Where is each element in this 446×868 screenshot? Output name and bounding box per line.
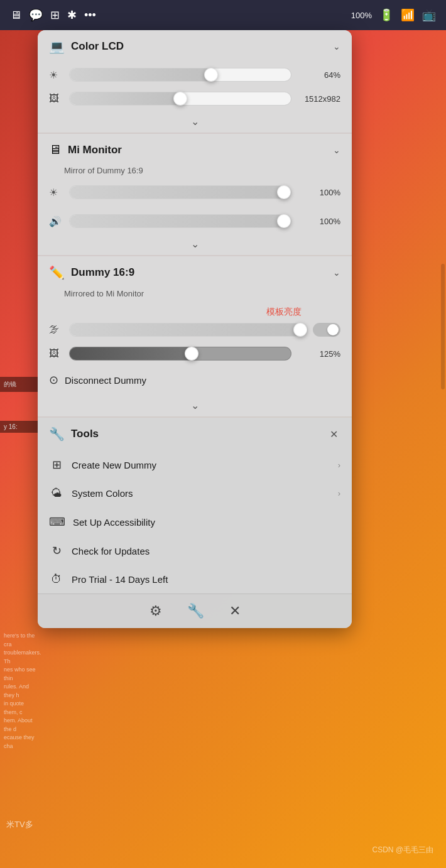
mi-monitor-collapse[interactable]: ⌄ [38, 233, 352, 255]
brightness-thumb[interactable] [204, 68, 218, 82]
dummy-brightness-fill [70, 323, 307, 336]
close-circle-button[interactable]: ✕ [229, 603, 241, 619]
tools-header: 🔧 Tools ✕ [38, 418, 352, 450]
wifi-icon[interactable]: 📶 [401, 8, 415, 22]
battery-icon: 🔋 [379, 8, 393, 22]
resolution-value: 1512x982 [296, 94, 340, 104]
set-up-accessibility-left: ⌨ Set Up Accessibility [49, 515, 155, 529]
create-dummy-arrow: › [338, 460, 340, 470]
pro-trial-item[interactable]: ⏱ Pro Trial - 14 Days Left [38, 565, 352, 594]
color-lcd-header[interactable]: 💻 Color LCD ⌄ [38, 30, 352, 63]
system-colors-label: System Colors [72, 488, 133, 499]
mi-monitor-icon: 🖥 [49, 143, 62, 157]
mi-brightness-slider-row: ☀ 100% 显示器亮度 [38, 180, 352, 204]
monitor-icon: 💻 [49, 39, 65, 54]
accessibility-icon: ⌨ [49, 515, 65, 529]
mi-volume-thumb[interactable] [277, 214, 291, 228]
dummy-scale-row: 🖼 125% 模板缩放比例 [38, 342, 352, 366]
create-new-dummy-item[interactable]: ⊞ Create New Dummy › [38, 450, 352, 479]
mi-monitor-title: Mi Monitor [68, 144, 122, 156]
csdn-watermark: CSDN @毛毛三由 [372, 845, 433, 855]
dummy-section: ✏️ Dummy 16:9 ⌄ Mirrored to Mi Monitor 模… [38, 256, 352, 416]
create-dummy-icon: ⊞ [49, 458, 64, 472]
dummy-header[interactable]: ✏️ Dummy 16:9 ⌄ [38, 256, 352, 289]
dummy-scale-icon: 🖼 [49, 348, 64, 359]
dummy-brightness-row: 🌫 [38, 318, 352, 342]
system-colors-left: 🌤 System Colors [49, 487, 133, 500]
resolution-thumb[interactable] [173, 92, 187, 106]
dummy-toggle[interactable] [313, 323, 340, 337]
bg-side-label2: y 16: [0, 421, 43, 433]
disconnect-icon: ⊙ [49, 373, 58, 387]
mi-monitor-header[interactable]: 🖥 Mi Monitor ⌄ [38, 134, 352, 166]
mi-brightness-value: 100% [296, 188, 340, 197]
wrench-button[interactable]: 🔧 [187, 603, 204, 619]
bottom-toolbar: ⚙ 🔧 ✕ [38, 594, 352, 628]
updates-label: Check for Updates [72, 546, 150, 556]
mi-brightness-icon: ☀ [49, 187, 64, 198]
mi-monitor-section: 🖥 Mi Monitor ⌄ Mirror of Dummy 16:9 ☀ 10… [38, 134, 352, 255]
menubar-left: 🖥 💬 ⊞ ✱ ••• [10, 8, 96, 22]
bg-label-2: y 16: [4, 423, 18, 430]
create-dummy-label: Create New Dummy [72, 460, 156, 470]
pro-trial-icon: ⏱ [49, 573, 64, 586]
tools-icon: 🔧 [49, 426, 65, 442]
dummy-scale-slider[interactable] [69, 347, 291, 361]
system-colors-item[interactable]: 🌤 System Colors › [38, 479, 352, 507]
resolution-icon: 🖼 [49, 93, 64, 104]
resolution-slider[interactable] [69, 92, 291, 106]
mi-monitor-subtitle: Mirror of Dummy 16:9 [38, 166, 352, 180]
bottom-label: 米TV多 [6, 819, 33, 830]
tools-close-button[interactable]: ✕ [327, 427, 340, 441]
tools-header-left: 🔧 Tools [49, 426, 99, 442]
dummy-subtitle: Mirrored to Mi Monitor [38, 289, 352, 303]
disconnect-row[interactable]: ⊙ Disconnect Dummy [38, 366, 352, 394]
mi-monitor-header-left: 🖥 Mi Monitor [49, 143, 122, 157]
check-updates-left: ↻ Check for Updates [49, 544, 150, 558]
dummy-collapse[interactable]: ⌄ [38, 394, 352, 416]
pro-trial-left: ⏱ Pro Trial - 14 Days Left [49, 573, 168, 586]
monitor-menu-icon[interactable]: 🖥 [10, 9, 21, 22]
bg-label-1: 的镜 [4, 381, 16, 388]
updates-icon: ↻ [49, 544, 64, 558]
gear-button[interactable]: ⚙ [150, 603, 162, 619]
battery-text: 100% [351, 11, 372, 20]
dummy-scale-fill [70, 347, 192, 360]
pro-trial-label: Pro Trial - 14 Days Left [72, 574, 168, 585]
dummy-chevron[interactable]: ⌄ [333, 268, 340, 278]
mi-volume-slider[interactable] [69, 214, 291, 228]
brightness-value: 64% [296, 70, 340, 80]
mi-brightness-slider[interactable] [69, 185, 291, 199]
disconnect-label: Disconnect Dummy [65, 375, 146, 386]
cast-icon[interactable]: 📺 [422, 8, 436, 22]
color-lcd-collapse[interactable]: ⌄ [38, 111, 352, 133]
brightness-slider-row: ☀ 64% [38, 63, 352, 87]
color-lcd-title: Color LCD [71, 40, 124, 53]
brightness-slider[interactable] [69, 68, 291, 82]
mi-monitor-chevron[interactable]: ⌄ [333, 145, 340, 155]
collapse-chevron-2: ⌄ [191, 238, 199, 250]
system-colors-icon: 🌤 [49, 487, 64, 500]
mi-brightness-thumb[interactable] [277, 185, 291, 199]
wechat-icon[interactable]: 💬 [29, 8, 43, 22]
mi-volume-value: 100% [296, 217, 340, 226]
grid-icon[interactable]: ⊞ [50, 8, 60, 22]
check-updates-item[interactable]: ↻ Check for Updates [38, 536, 352, 565]
resolution-fill [70, 92, 180, 105]
dummy-header-left: ✏️ Dummy 16:9 [49, 265, 134, 280]
bluetooth-icon[interactable]: ✱ [67, 8, 77, 22]
dots-icon[interactable]: ••• [84, 9, 96, 22]
dummy-brightness-thumb[interactable] [293, 323, 307, 337]
accessibility-label: Set Up Accessibility [73, 517, 155, 528]
dummy-scale-thumb[interactable] [185, 347, 199, 361]
dummy-brightness-slider[interactable] [69, 323, 308, 337]
brightness-fill [70, 68, 211, 81]
color-lcd-chevron[interactable]: ⌄ [333, 41, 340, 52]
mi-volume-fill [70, 215, 291, 227]
bg-text-area: here's to the cra troublemakers. Th nes … [0, 440, 43, 754]
dummy-title: Dummy 16:9 [71, 266, 134, 279]
collapse-chevron-1: ⌄ [191, 116, 199, 127]
scrollbar[interactable] [441, 264, 445, 389]
set-up-accessibility-item[interactable]: ⌨ Set Up Accessibility [38, 507, 352, 536]
dummy-brightness-label-wrapper: 模板亮度 [38, 303, 352, 318]
